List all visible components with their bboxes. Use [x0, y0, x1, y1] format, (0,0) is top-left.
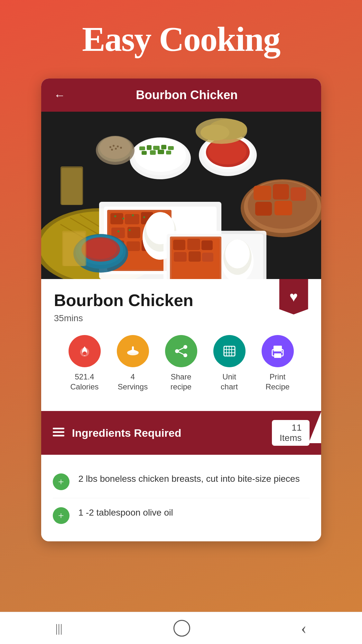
svg-point-49	[83, 238, 117, 259]
add-ingredient-2-button[interactable]: +	[53, 507, 70, 524]
svg-rect-90	[132, 346, 134, 350]
svg-point-58	[115, 148, 117, 150]
svg-point-30	[135, 138, 186, 172]
share-action: Sharerecipe	[165, 335, 197, 392]
menu-icon	[53, 426, 64, 440]
svg-rect-65	[255, 202, 272, 216]
ingredient-2-text: 1 -2 tablespoon olive oil	[79, 506, 173, 519]
svg-rect-33	[153, 146, 160, 150]
unit-action: Unitchart	[213, 335, 246, 392]
svg-point-57	[111, 149, 113, 151]
print-icon	[270, 343, 286, 359]
recipe-card: ← Bourbon Chicken	[41, 79, 321, 541]
ingredient-list: + 2 lbs boneless chicken breasts, cut in…	[41, 455, 321, 541]
servings-label: 4Servings	[118, 372, 148, 392]
bottom-nav: ||| ‹	[0, 612, 362, 644]
print-action: PrintRecipe	[262, 335, 294, 392]
svg-rect-36	[142, 151, 147, 155]
ingredients-label-text: Ingredients Required	[72, 427, 272, 439]
ingredient-item-2: + 1 -2 tablespoon olive oil	[53, 498, 310, 532]
svg-line-95	[177, 351, 185, 355]
svg-rect-72	[187, 239, 200, 250]
svg-rect-32	[147, 145, 152, 150]
calories-label: 521.4Calories	[70, 372, 98, 392]
svg-point-79	[225, 239, 250, 268]
svg-rect-104	[274, 353, 281, 358]
svg-point-52	[100, 136, 131, 159]
svg-rect-81	[61, 168, 82, 205]
share-button[interactable]	[165, 335, 197, 367]
svg-rect-66	[274, 201, 292, 215]
svg-point-20	[122, 218, 124, 219]
servings-action: 4Servings	[117, 335, 149, 392]
svg-point-19	[114, 215, 116, 217]
card-header: ← Bourbon Chicken	[41, 79, 321, 112]
svg-rect-14	[127, 227, 140, 238]
svg-point-86	[200, 125, 229, 141]
nav-back-icon[interactable]: ‹	[301, 619, 306, 638]
svg-rect-35	[168, 146, 174, 150]
svg-point-53	[109, 146, 111, 148]
back-button[interactable]: ←	[54, 89, 66, 102]
ingredient-item-1: + 2 lbs boneless chicken breasts, cut in…	[53, 464, 310, 498]
svg-rect-34	[161, 145, 166, 149]
svg-point-23	[117, 230, 119, 232]
actions-row: 521.4Calories 4Servings	[54, 335, 308, 401]
print-label: PrintRecipe	[265, 372, 290, 392]
svg-rect-63	[273, 184, 289, 200]
food-image	[41, 112, 321, 279]
ingredient-1-text: 2 lbs boneless chicken breasts, cut into…	[79, 472, 300, 486]
svg-rect-107	[53, 431, 64, 433]
svg-rect-83	[63, 232, 85, 266]
svg-rect-64	[291, 187, 306, 201]
calories-action: 521.4Calories	[69, 335, 101, 392]
svg-rect-62	[254, 186, 271, 200]
nav-home-icon[interactable]	[173, 620, 190, 637]
bookmark-icon[interactable]: ♥	[279, 279, 308, 314]
chart-icon	[221, 343, 237, 359]
heart-icon: ♥	[289, 289, 298, 305]
svg-line-94	[177, 347, 185, 351]
recipe-info: ♥ Bourbon Chicken 35mins 521.4Calories	[41, 279, 321, 411]
add-ingredient-1-button[interactable]: +	[53, 473, 70, 490]
print-button[interactable]	[262, 335, 294, 367]
svg-rect-17	[126, 241, 140, 251]
nav-items-icon[interactable]: |||	[55, 621, 62, 635]
servings-icon	[125, 343, 141, 359]
svg-rect-38	[158, 150, 164, 154]
svg-rect-39	[166, 151, 171, 154]
svg-rect-31	[139, 146, 145, 150]
svg-rect-75	[189, 251, 201, 262]
page-title: Easy Cooking	[0, 0, 362, 79]
svg-rect-37	[150, 150, 156, 155]
ingredients-bar: Ingredients Required 11Items	[41, 411, 321, 455]
calories-button[interactable]	[69, 335, 101, 367]
servings-button[interactable]	[117, 335, 149, 367]
svg-point-24	[129, 229, 131, 231]
svg-rect-102	[274, 346, 282, 351]
unit-label: Unitchart	[221, 372, 238, 392]
svg-rect-106	[53, 428, 64, 429]
svg-point-21	[132, 214, 134, 216]
svg-point-22	[143, 216, 145, 218]
svg-rect-10	[110, 213, 123, 224]
svg-rect-73	[201, 240, 213, 250]
share-icon	[173, 343, 189, 359]
unit-button[interactable]	[213, 335, 246, 367]
svg-point-56	[120, 147, 122, 149]
svg-rect-71	[173, 240, 185, 250]
recipe-title-text: Bourbon Chicken	[54, 291, 308, 310]
items-count-badge: 11Items	[272, 420, 309, 446]
share-label: Sharerecipe	[171, 372, 191, 392]
recipe-time: 35mins	[54, 313, 308, 323]
svg-rect-76	[202, 253, 213, 262]
svg-rect-108	[53, 435, 64, 436]
card-header-title: Bourbon Chicken	[75, 88, 299, 102]
fire-icon	[77, 343, 93, 359]
svg-rect-74	[174, 252, 187, 262]
svg-point-88	[83, 351, 87, 355]
svg-point-55	[117, 145, 119, 147]
svg-point-54	[113, 145, 115, 147]
svg-point-105	[281, 351, 283, 353]
